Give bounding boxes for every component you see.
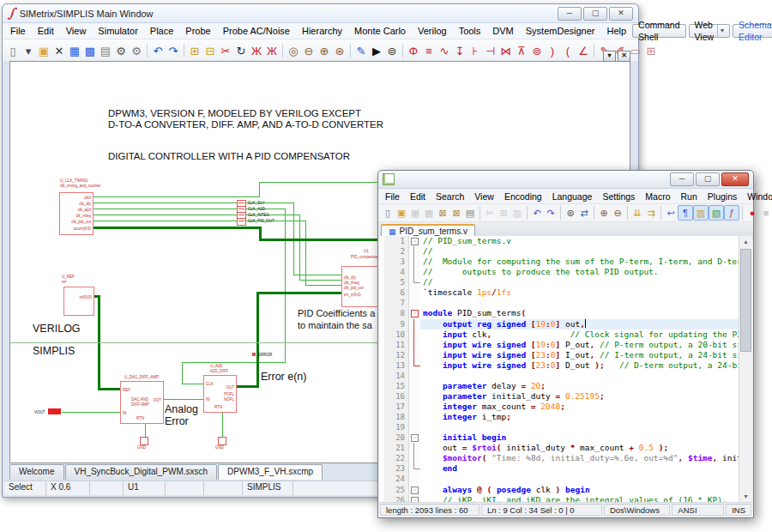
fold-margin[interactable] [409, 371, 420, 381]
redo-icon[interactable]: ↷ [166, 43, 181, 58]
code-text[interactable]: module PID_sum_terms( [420, 308, 739, 318]
rotate-icon[interactable]: ↻ [233, 43, 249, 58]
close-file-icon[interactable]: ⊠ [436, 206, 449, 220]
menu-item-macro[interactable]: Macro [640, 190, 675, 203]
editor-minimize-button[interactable]: ─ [670, 172, 694, 186]
place-gate-out-icon[interactable]: ⊣ [483, 43, 498, 58]
redo-icon[interactable]: ↷ [544, 206, 558, 220]
menu-item-tools[interactable]: Tools [453, 25, 487, 37]
code-text[interactable]: parameter initial_duty = 0.25195; [420, 391, 739, 402]
component-a2d-diff[interactable]: CLK IN OUT POFL NOFL RTN [203, 375, 237, 413]
fold-collapse-icon[interactable]: - [411, 238, 419, 245]
code-text[interactable]: // [420, 246, 739, 257]
fold-margin[interactable] [409, 443, 420, 453]
menu-item-language[interactable]: Language [547, 190, 598, 203]
fold-margin[interactable]: - [409, 308, 420, 318]
indent-guide-icon[interactable]: ▥ [693, 205, 709, 221]
simulator-settings-icon[interactable]: ⚙ [129, 43, 144, 58]
copy-to-clipboard-icon[interactable]: ⊞ [187, 43, 202, 58]
place-arrow-box-icon[interactable]: ⊞ [643, 43, 659, 58]
fold-margin[interactable] [409, 463, 420, 474]
code-text[interactable]: // PID_sum_terms.v [420, 236, 739, 246]
command-shell-button[interactable]: Command Shell [632, 24, 685, 38]
menu-item-view[interactable]: View [60, 25, 93, 37]
zoom-fit-icon[interactable]: ⊛ [332, 43, 347, 58]
fold-margin[interactable] [409, 474, 420, 484]
fold-margin[interactable] [409, 402, 420, 412]
doc-tab-dpwm3-f-vh-sxcmp[interactable]: DPWM3_F_VH.sxcmp [218, 464, 323, 480]
code-text[interactable] [420, 422, 739, 432]
place-ac-source-icon[interactable]: ⊚ [529, 43, 545, 58]
menu-item-dvm[interactable]: DVM [486, 25, 519, 37]
probe-voltage-icon[interactable]: Φ [406, 43, 421, 58]
menu-item-search[interactable]: Search [431, 190, 469, 203]
fold-margin[interactable] [409, 340, 420, 350]
code-text[interactable]: input wire signed [19:0] P_out, // P-ter… [420, 340, 739, 350]
fold-margin[interactable]: - [409, 432, 420, 443]
doc-tab-vh-syncbuck-digital-pwm-sxsch[interactable]: VH_SyncBuck_Digital_PWM.sxsch [65, 464, 218, 480]
menu-item-edit[interactable]: Edit [32, 25, 60, 37]
scroll-down-icon[interactable]: ▼ [739, 491, 752, 503]
scrollbar-thumb[interactable] [740, 249, 751, 352]
menu-item-file[interactable]: File [4, 25, 32, 37]
menu-item-run[interactable]: Run [676, 190, 703, 203]
fold-collapse-icon[interactable]: - [411, 487, 419, 494]
place-paren-open-icon[interactable]: ) [545, 43, 560, 58]
code-text[interactable] [420, 474, 739, 484]
terminal-clk-pid-out[interactable] [237, 218, 246, 226]
zoom-out-icon[interactable]: ⊖ [611, 206, 624, 220]
code-text[interactable]: $monitor( "Time: %8d, initial_duty=%.6e,… [420, 453, 739, 463]
settings-icon[interactable]: ⚙ [113, 43, 129, 58]
print-icon[interactable]: ▤ [463, 206, 477, 220]
word-wrap-icon[interactable]: ↩ [664, 206, 678, 220]
place-probe-angle-icon[interactable]: ∠ [576, 43, 591, 58]
zoom-out-icon[interactable]: ⊖ [301, 43, 317, 58]
replace-icon[interactable]: ⇄ [577, 206, 591, 220]
code-text[interactable]: parameter delay = 20; [420, 381, 739, 391]
code-editor-area[interactable]: 1-// PID_sum_terms.v2//3// Module for co… [379, 236, 739, 503]
menu-item-place[interactable]: Place [144, 25, 180, 37]
fold-margin[interactable] [409, 277, 420, 287]
main-title-bar[interactable]: ∫ SIMetrix/SIMPLIS Main Window ─ ▢ ✕ [3, 4, 638, 23]
probe-current-icon[interactable]: ↧ [452, 43, 467, 58]
editor-close-button[interactable]: ✕ [721, 172, 749, 186]
place-gate-in-icon[interactable]: ⊦ [467, 43, 483, 58]
code-text[interactable]: input wire signed [23:0] I_out, // I-ter… [420, 350, 739, 360]
schematic-editor-button[interactable]: Schematic Editor▾ [733, 24, 772, 38]
fold-margin[interactable]: - [409, 236, 420, 246]
flip-horizontal-icon[interactable]: Ж [249, 43, 264, 58]
new-file-icon[interactable]: ▯ [381, 206, 395, 220]
component-dac-diff-amp[interactable]: REF IN OUT RTN DAC AND DIFF AMP [120, 381, 164, 424]
code-text[interactable]: output reg signed [19:0] out, [420, 319, 739, 329]
menu-item-verilog[interactable]: Verilog [412, 25, 453, 37]
editor-vertical-scrollbar[interactable]: ▲ ▼ [739, 236, 752, 503]
doc-tab-welcome[interactable]: Welcome [9, 464, 64, 480]
undo-icon[interactable]: ↶ [530, 206, 544, 220]
fold-margin[interactable] [409, 391, 420, 402]
ground-symbol[interactable] [218, 437, 226, 445]
close-all-icon[interactable]: ⊠ [449, 206, 463, 220]
zoom-area-icon[interactable]: ◎ [286, 43, 301, 58]
new-schematic-icon[interactable]: ▯ [5, 43, 21, 58]
menu-item-edit[interactable]: Edit [405, 190, 431, 203]
terminal-error[interactable] [252, 353, 256, 356]
show-all-chars-icon[interactable]: ¶ [678, 205, 693, 221]
code-text[interactable]: initial begin [420, 432, 739, 443]
minimize-button[interactable]: ─ [558, 7, 582, 21]
terminal-vout[interactable] [48, 408, 61, 414]
code-text[interactable]: end [420, 463, 739, 474]
menu-item-probe-ac-noise[interactable]: Probe AC/Noise [217, 25, 296, 37]
menu-item-file[interactable]: File [380, 190, 405, 203]
menu-item-view[interactable]: View [469, 190, 499, 203]
place-ground-icon[interactable]: ≡ [421, 43, 437, 58]
close-button[interactable]: ✕ [609, 7, 633, 21]
menu-item-hierarchy[interactable]: Hierarchy [296, 25, 348, 37]
code-text[interactable]: out = $rtoi( initial_duty * max_count + … [420, 443, 739, 453]
open-icon[interactable]: ▣ [36, 43, 51, 58]
menu-item-plugins[interactable]: Plugins [703, 190, 742, 203]
function-list-icon[interactable]: ƒ [724, 205, 739, 221]
menu-item-window[interactable]: Window [742, 190, 772, 203]
undo-icon[interactable]: ↶ [150, 43, 166, 58]
code-text[interactable]: input wire signed [23:0] D_out ); // D-t… [420, 360, 739, 371]
paste-icon[interactable]: ▥ [510, 206, 524, 220]
